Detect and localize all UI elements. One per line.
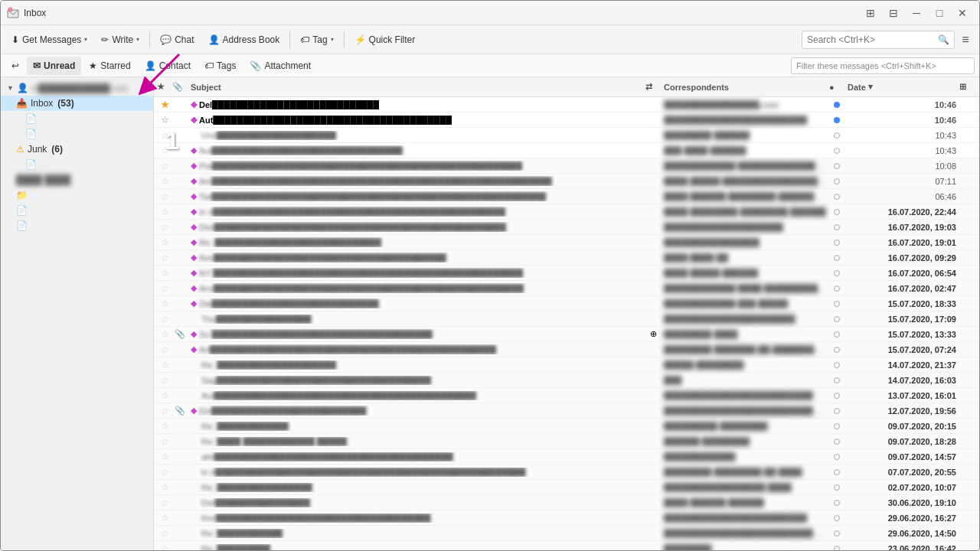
star-cell[interactable]: ★ — [157, 99, 172, 110]
star-cell[interactable]: ☆ — [157, 406, 172, 416]
header-correspondents[interactable]: Correspondents — [661, 83, 829, 92]
sidebar-item-subfolder3[interactable]: 📄 — [10, 218, 153, 233]
email-row[interactable]: ☆ Der████████████████ ████ ██████ ██████… — [154, 495, 979, 510]
email-row[interactable]: ☆ Sag███████████████████████████████████… — [154, 373, 979, 388]
star-cell[interactable]: ☆ — [157, 314, 172, 324]
sidebar-item-folder1[interactable]: ████ ████ — [1, 172, 153, 187]
email-row[interactable]: ☆ Re: ███████████ ██████████████████████… — [154, 526, 979, 541]
star-cell[interactable]: ☆ — [157, 390, 172, 401]
filter-unread-button[interactable]: ✉ Unread — [27, 57, 81, 75]
email-row[interactable]: ☆ Und████████████████████ ████████ █████… — [154, 128, 979, 143]
email-row[interactable]: ☆ ◆ Pre█████████████████████████████████… — [154, 158, 979, 174]
minimize-button[interactable]: ─ — [906, 5, 927, 21]
header-date[interactable]: Date ▾ — [844, 82, 959, 92]
star-cell[interactable]: ☆ — [157, 467, 172, 478]
star-cell[interactable]: ☆ — [157, 452, 172, 462]
header-expand[interactable]: ⊞ — [959, 82, 976, 92]
filter-attachment-button[interactable]: 📎 Attachment — [243, 57, 317, 75]
search-input[interactable] — [807, 34, 935, 45]
star-cell[interactable]: ☆ — [157, 283, 172, 294]
email-row[interactable]: ★ ◆ Del████████████████████████████ ████… — [154, 97, 979, 112]
star-cell[interactable]: ☆ — [157, 528, 172, 539]
email-row[interactable]: ☆ ◆ Die████████████████████████████ ████… — [154, 296, 979, 311]
sidebar-item-file3[interactable]: 📄 — [1, 157, 153, 172]
header-attach[interactable]: 📎 — [172, 82, 188, 92]
quick-filter-button[interactable]: ⚡ Quick Filter — [348, 29, 422, 51]
close-button[interactable]: ✕ — [952, 5, 973, 21]
star-cell[interactable]: ☆ — [157, 115, 172, 126]
email-row[interactable]: ☆ ◆ Aut████████████████████████████████ … — [154, 143, 979, 158]
email-row[interactable]: ☆ ◆ Re: ████████████████████████████ ███… — [154, 235, 979, 250]
email-row[interactable]: ☆ Re: ████████████████ █████████████████… — [154, 480, 979, 495]
header-readstatus[interactable]: ● — [829, 83, 844, 92]
write-button[interactable]: ✏ Write ▾ — [95, 29, 145, 51]
star-cell[interactable]: ☆ — [157, 207, 172, 217]
star-cell[interactable]: ☆ — [157, 237, 172, 248]
email-row[interactable]: ☆ ◆ In d████████████████████████████████… — [154, 204, 979, 220]
email-row[interactable]: ☆ ◆ NY █████████████████████████████████… — [154, 266, 979, 281]
email-row[interactable]: ☆ ◆ Des█████████████████████████████████… — [154, 220, 979, 235]
get-messages-button[interactable]: ⬇ Get Messages ▾ — [5, 29, 93, 51]
email-row[interactable]: ☆ akti██████████████████████████████████… — [154, 449, 979, 465]
email-row[interactable]: ☆ 📎 ◆ Ein██████████████████████████ ████… — [154, 403, 979, 419]
star-cell[interactable]: ☆ — [157, 191, 172, 202]
star-cell[interactable]: ☆ — [157, 161, 172, 171]
star-cell[interactable]: ☆ — [157, 176, 172, 187]
star-cell[interactable]: ☆ — [157, 130, 172, 141]
sort-icon: ▾ — [868, 82, 873, 92]
star-cell[interactable]: ☆ — [157, 497, 172, 508]
email-row[interactable]: ☆ Aut███████████████████████████████████… — [154, 388, 979, 403]
star-cell[interactable]: ☆ — [157, 329, 172, 340]
sidebar-item-junk[interactable]: ⚠ Junk (6) — [1, 142, 153, 157]
star-cell[interactable]: ☆ — [157, 253, 172, 263]
chat-button[interactable]: 💬 Chat — [154, 29, 200, 51]
star-cell[interactable]: ☆ — [157, 375, 172, 386]
header-subject[interactable]: Subject — [188, 83, 645, 92]
snap-button-1[interactable]: ⊞ — [860, 5, 881, 21]
address-book-button[interactable]: 👤 Address Book — [202, 29, 286, 51]
email-row[interactable]: ☆ ◆ Twi█████████████████████████████████… — [154, 189, 979, 204]
sidebar-item-subfolder1[interactable]: 📁 — [10, 187, 153, 203]
email-row[interactable]: ☆ Re: ████ ████████████ █████ ██████ ███… — [154, 434, 979, 449]
star-cell[interactable]: ☆ — [157, 344, 172, 355]
sidebar-item-file2[interactable]: 📄 — [1, 126, 153, 142]
filter-contact-button[interactable]: 👤 Contact — [139, 57, 197, 75]
menu-button[interactable]: ≡ — [956, 31, 975, 49]
email-row[interactable]: ☆ ◆ Art█████████████████████████████████… — [154, 342, 979, 357]
star-cell[interactable]: ☆ — [157, 513, 172, 523]
restore-button[interactable]: □ — [929, 5, 950, 21]
star-cell[interactable]: ☆ — [157, 298, 172, 309]
star-cell[interactable]: ☆ — [157, 360, 172, 370]
snap-button-2[interactable]: ⊟ — [883, 5, 904, 21]
sidebar-item-subfolder2[interactable]: 📄 — [10, 203, 153, 218]
email-row[interactable]: ☆ Re: ████████████████████ █████ ███████… — [154, 357, 979, 373]
email-row[interactable]: ☆ 📎 ◆ So ███████████████████████████████… — [154, 327, 979, 342]
star-cell[interactable]: ☆ — [157, 222, 172, 233]
filter-search-bar[interactable]: Filter these messages <Ctrl+Shift+K> — [791, 57, 975, 74]
star-cell[interactable]: ☆ — [157, 421, 172, 432]
email-row[interactable]: ☆ ◆ Am██████████████████████████████████… — [154, 174, 979, 189]
email-row[interactable]: ☆ ◆ Aut█████████████████████████████████… — [154, 112, 979, 128]
sidebar-item-file1[interactable]: 📄 — [1, 111, 153, 126]
sidebar-account[interactable]: ▼ 👤 m████████████.com — [1, 80, 153, 96]
star-cell[interactable]: ☆ — [157, 436, 172, 447]
header-status[interactable]: ⇄ — [645, 82, 661, 92]
star-cell[interactable]: ☆ — [157, 482, 172, 493]
read-status-cell — [829, 177, 844, 186]
email-row[interactable]: ☆ ◆ Ihre████████████████████████████████… — [154, 250, 979, 266]
filter-starred-button[interactable]: ★ Starred — [83, 57, 136, 75]
email-row[interactable]: ☆ Re: █████████ ████████ 23.06.2020, 16:… — [154, 541, 979, 550]
tag-button[interactable]: 🏷 Tag ▾ — [294, 29, 339, 51]
header-star[interactable]: ★ — [157, 82, 172, 92]
star-cell[interactable]: ☆ — [157, 145, 172, 156]
sidebar-item-inbox[interactable]: 📥 Inbox (53) — [1, 96, 153, 111]
email-row[interactable]: ☆ Re: ████████████ █████████ ████████ 09… — [154, 419, 979, 434]
star-cell[interactable]: ☆ — [157, 543, 172, 551]
email-row[interactable]: ☆ Ihre██████████████████████████████████… — [154, 510, 979, 526]
star-cell[interactable]: ☆ — [157, 268, 172, 279]
filter-all-button[interactable]: ↩ — [5, 57, 25, 75]
email-row[interactable]: ☆ In d██████████████████████████████████… — [154, 465, 979, 480]
filter-tags-button[interactable]: 🏷 Tags — [198, 57, 242, 75]
email-row[interactable]: ☆ ◆ Ans█████████████████████████████████… — [154, 281, 979, 296]
email-row[interactable]: ☆ Thu████████████████ ██████████████████… — [154, 311, 979, 327]
